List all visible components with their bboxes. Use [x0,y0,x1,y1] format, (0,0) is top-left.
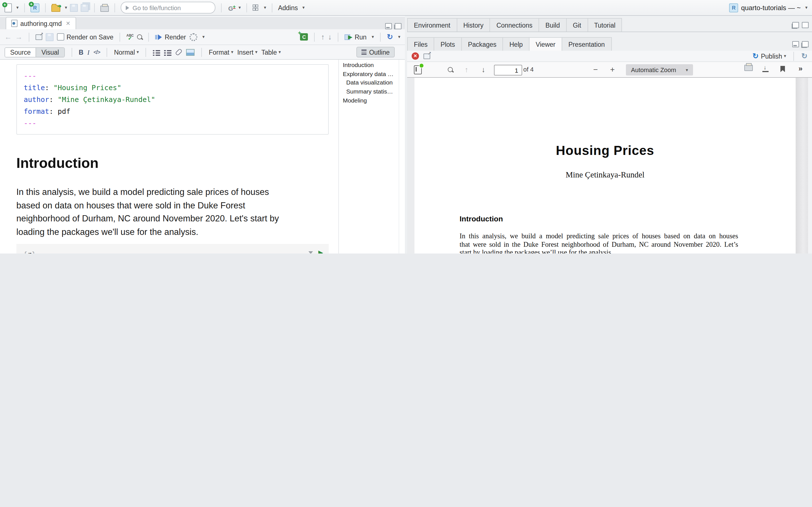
render-settings-icon[interactable] [190,33,197,41]
pdf-print-icon[interactable] [744,65,753,71]
tab-help[interactable]: Help [503,37,529,51]
insert-menu[interactable]: Insert▾ [237,49,257,55]
pdf-next-page-icon[interactable]: ↓ [481,65,485,74]
pdf-viewer[interactable]: Housing Prices Mine Çetinkaya-Rundel Int… [407,78,812,253]
pdf-zoom-in-icon[interactable]: + [610,65,615,74]
code-chunk-load-pkgs[interactable]: ▶ {r}#| label: load-pkgs#| code-summary:… [16,244,329,253]
numbered-list-icon[interactable] [164,49,172,55]
outline-toggle-button[interactable]: Outline [356,47,395,57]
code-icon[interactable]: </> [93,49,100,55]
maximize-pane-icon[interactable] [395,23,402,29]
addins-caret[interactable]: ▾ [302,5,305,10]
env-pane-restore-icon[interactable] [792,22,799,28]
tab-connections[interactable]: Connections [490,18,539,32]
render-settings-caret[interactable]: ▾ [202,34,205,40]
version-control-button[interactable]: G+− [227,3,234,13]
visual-mode-button[interactable]: Visual [36,48,64,57]
heading-introduction[interactable]: Introduction [16,156,329,170]
project-menu[interactable]: R quarto-tutorials — ~ ▾ [729,3,808,12]
intro-paragraph[interactable]: In this analysis, we build a model predi… [16,185,329,238]
table-menu[interactable]: Table▾ [261,49,281,55]
tab-presentation[interactable]: Presentation [562,37,612,51]
print-button[interactable] [100,3,109,13]
rerun-icon[interactable]: ↻ [387,33,393,41]
tab-history[interactable]: History [457,18,490,32]
pdf-page-input[interactable]: 1 [494,65,522,75]
pdf-zoom-select[interactable]: Automatic Zoom ▾ [626,64,693,75]
pdf-tools-expand-icon[interactable]: » [799,64,802,73]
image-icon[interactable] [186,49,195,55]
render-on-save-checkbox[interactable] [57,33,64,41]
outline-item-modeling[interactable]: Modeling [339,96,399,105]
source-mode-button[interactable]: Source [5,48,36,57]
pdf-sidebar-toggle[interactable] [414,65,422,74]
outline-item-summary-statis[interactable]: Summary statis… [339,87,399,96]
save-doc-button[interactable] [46,32,54,42]
pdf-prev-page-icon[interactable]: ↑ [465,65,468,74]
render-on-save-toggle[interactable]: Render on Save [57,33,113,41]
new-project-button[interactable]: R+ [31,3,40,13]
open-in-new-window-icon[interactable] [36,34,42,40]
open-file-button[interactable]: ➜ [51,3,60,13]
run-button[interactable]: ▶ Run [345,34,367,40]
tab-authoring-qmd[interactable]: authoring.qmd ✕ [6,17,76,29]
bold-icon[interactable]: B [79,49,84,55]
insert-chunk-button[interactable]: C [300,33,308,41]
open-file-caret[interactable]: ▾ [65,5,67,10]
viewer-refresh-icon[interactable]: ↻ [801,52,808,60]
viewer-popout-icon[interactable] [423,53,430,59]
tab-packages[interactable]: Packages [462,37,503,51]
pdf-search-icon[interactable] [448,67,453,72]
addins-button[interactable]: Addins [278,4,298,11]
rerun-caret[interactable]: ▾ [398,34,400,40]
outline-item-exploratory-data[interactable]: Exploratory data … [339,69,399,78]
pdf-bookmark-icon[interactable] [780,66,785,72]
paragraph-style-select[interactable]: Normal ▾ [114,49,139,55]
tab-tutorial[interactable]: Tutorial [588,18,622,32]
stop-icon[interactable]: ✕ [412,52,419,60]
spellcheck-icon[interactable]: ABC✓ [126,34,134,40]
env-pane-maximize-icon[interactable] [802,22,809,28]
goto-file-input[interactable]: Go to file/function [121,2,215,13]
render-button[interactable]: Render [155,34,186,40]
pdf-scrollbar[interactable] [796,78,808,253]
editor-scrollbar[interactable] [399,60,405,253]
tab-files[interactable]: Files [407,37,435,51]
tab-build[interactable]: Build [539,18,567,32]
pdf-zoom-out-icon[interactable]: − [593,65,598,74]
run-next-icon[interactable]: ↓ [328,33,332,41]
workspace-panes-button[interactable] [253,3,259,13]
format-menu[interactable]: Format▾ [209,49,234,55]
pdf-download-icon[interactable] [762,66,769,72]
back-icon[interactable]: ← [4,33,12,41]
new-file-caret[interactable]: ▾ [16,5,18,10]
tab-git[interactable]: Git [567,18,588,32]
run-caret[interactable]: ▾ [371,34,374,40]
save-button[interactable] [70,3,78,13]
forward-icon[interactable]: → [15,33,22,41]
viewer-pane-maximize-icon[interactable] [802,41,809,47]
run-all-above-icon[interactable] [308,251,313,253]
run-previous-icon[interactable]: ↑ [321,33,325,41]
version-control-caret[interactable]: ▾ [239,5,241,10]
outline-item-data-visualization[interactable]: Data visualization [339,78,399,87]
tab-environment[interactable]: Environment [407,18,457,32]
link-icon[interactable] [175,48,183,56]
minimize-pane-icon[interactable] [385,23,392,29]
viewer-pane-minimize-icon[interactable] [792,41,799,47]
run-chunk-icon[interactable]: ▶ [318,249,323,253]
bullet-list-icon[interactable] [153,49,160,55]
editor-canvas[interactable]: ---title: "Housing Prices"author: "Mine … [0,60,405,253]
tab-plots[interactable]: Plots [435,37,462,51]
find-replace-icon[interactable] [137,34,142,40]
chunk-code[interactable]: {r}#| label: load-pkgs#| code-summary: "… [23,248,329,253]
italic-icon[interactable]: I [87,49,90,55]
tab-viewer[interactable]: Viewer [529,37,562,51]
new-file-button[interactable]: + [4,3,12,13]
workspace-panes-caret[interactable]: ▾ [264,5,266,10]
yaml-block[interactable]: ---title: "Housing Prices"author: "Mine … [16,64,329,135]
close-tab-icon[interactable]: ✕ [66,20,70,26]
save-all-button[interactable] [81,3,89,13]
outline-item-introduction[interactable]: Introduction [339,61,399,69]
publish-button[interactable]: ↻ Publish ▾ [753,52,786,60]
